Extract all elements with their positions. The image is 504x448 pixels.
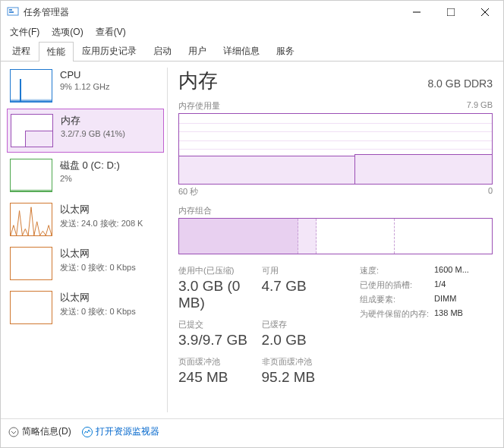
footer: 简略信息(D) 打开资源监视器 xyxy=(1,418,503,444)
close-button[interactable] xyxy=(468,1,502,24)
nonpaged-value: 95.2 MB xyxy=(262,369,345,386)
sidebar-item-label: 以太网 xyxy=(60,247,161,260)
svg-point-7 xyxy=(9,427,18,437)
sidebar-item-sub: 发送: 24.0 接收: 208 K xyxy=(60,218,161,229)
sidebar-item-sub: 3.2/7.9 GB (41%) xyxy=(61,129,160,138)
tab-services[interactable]: 服务 xyxy=(268,41,303,61)
sidebar-item-sub: 9% 1.12 GHz xyxy=(60,82,161,91)
menu-file[interactable]: 文件(F) xyxy=(4,24,46,40)
tab-app-history[interactable]: 应用历史记录 xyxy=(74,41,145,61)
menubar: 文件(F) 选项(O) 查看(V) xyxy=(1,24,503,40)
sidebar-item-sub: 发送: 0 接收: 0 Kbps xyxy=(60,306,161,317)
tab-details[interactable]: 详细信息 xyxy=(215,41,268,61)
chart-label: 内存使用量 xyxy=(178,100,220,112)
maximize-button[interactable] xyxy=(433,1,468,24)
stat-label: 使用中(已压缩) xyxy=(178,265,262,276)
paged-value: 245 MB xyxy=(178,369,262,386)
speed-value: 1600 M... xyxy=(434,265,469,276)
composition-label: 内存组合 xyxy=(178,205,493,216)
svg-rect-4 xyxy=(447,8,455,16)
sidebar-item-label: 以太网 xyxy=(60,291,161,304)
disk-thumb-icon xyxy=(10,159,52,192)
memory-thumb-icon xyxy=(11,114,53,147)
available-value: 4.7 GB xyxy=(262,278,345,295)
slots-value: 1/4 xyxy=(434,279,446,291)
chart-axis-left: 60 秒 xyxy=(178,186,198,197)
memory-spec: 8.0 GB DDR3 xyxy=(427,77,493,90)
sidebar: CPU 9% 1.12 GHz 内存 3.2/7.9 GB (41%) 磁盘 0… xyxy=(1,62,164,418)
tab-performance[interactable]: 性能 xyxy=(39,42,74,62)
sidebar-item-cpu[interactable]: CPU 9% 1.12 GHz xyxy=(7,65,164,107)
committed-value: 3.9/9.7 GB xyxy=(178,332,262,349)
ethernet-thumb-icon xyxy=(10,247,52,280)
kv-key: 速度: xyxy=(360,265,434,276)
stat-label: 非页面缓冲池 xyxy=(262,356,345,368)
kv-key: 组成要素: xyxy=(360,294,434,305)
sidebar-item-memory[interactable]: 内存 3.2/7.9 GB (41%) xyxy=(7,109,164,153)
tab-users[interactable]: 用户 xyxy=(180,41,215,61)
tab-startup[interactable]: 启动 xyxy=(145,41,180,61)
sidebar-item-label: 磁盘 0 (C: D:) xyxy=(60,159,161,172)
main-panel: 内存 8.0 GB DDR3 内存使用量 7.9 GB 60 秒 0 内存组合 xyxy=(171,62,503,418)
memory-composition-chart[interactable] xyxy=(178,218,493,254)
titlebar: 任务管理器 xyxy=(1,1,503,24)
svg-rect-1 xyxy=(9,9,12,11)
kv-key: 已使用的插槽: xyxy=(360,279,434,291)
fewer-details-button[interactable]: 简略信息(D) xyxy=(8,425,71,438)
chevron-down-icon xyxy=(8,427,19,437)
resource-monitor-icon xyxy=(82,427,93,437)
sidebar-item-label: 以太网 xyxy=(60,203,161,216)
sidebar-item-label: 内存 xyxy=(61,114,160,128)
page-title: 内存 xyxy=(178,68,218,94)
sidebar-item-label: CPU xyxy=(60,69,161,80)
menu-options[interactable]: 选项(O) xyxy=(46,24,89,40)
resource-monitor-label: 打开资源监视器 xyxy=(96,425,159,438)
ethernet-thumb-icon xyxy=(10,203,52,236)
sidebar-item-disk[interactable]: 磁盘 0 (C: D:) 2% xyxy=(7,154,164,197)
tab-processes[interactable]: 进程 xyxy=(4,41,39,61)
app-icon xyxy=(7,6,19,18)
divider xyxy=(167,68,168,412)
cached-value: 2.0 GB xyxy=(262,332,345,349)
memory-usage-chart[interactable] xyxy=(178,113,493,185)
form-value: DIMM xyxy=(434,294,456,305)
chart-axis-right: 0 xyxy=(488,186,493,197)
in-use-value: 3.0 GB (0 MB) xyxy=(178,278,262,311)
fewer-details-label: 简略信息(D) xyxy=(22,425,71,438)
window-title: 任务管理器 xyxy=(24,6,399,19)
chart-max: 7.9 GB xyxy=(467,100,493,112)
stat-label: 可用 xyxy=(262,265,345,276)
cpu-thumb-icon xyxy=(10,69,52,103)
ethernet-thumb-icon xyxy=(10,291,52,324)
sidebar-item-ethernet-1[interactable]: 以太网 发送: 24.0 接收: 208 K xyxy=(7,198,164,241)
open-resource-monitor-link[interactable]: 打开资源监视器 xyxy=(82,425,159,438)
sidebar-item-ethernet-3[interactable]: 以太网 发送: 0 接收: 0 Kbps xyxy=(7,286,164,329)
stat-label: 已提交 xyxy=(178,319,262,330)
stat-label: 已缓存 xyxy=(262,319,345,330)
menu-view[interactable]: 查看(V) xyxy=(90,24,132,40)
stat-label: 页面缓冲池 xyxy=(178,356,262,368)
kv-key: 为硬件保留的内存: xyxy=(360,308,434,320)
svg-rect-2 xyxy=(9,11,14,13)
sidebar-item-sub: 发送: 0 接收: 0 Kbps xyxy=(60,262,161,273)
reserved-value: 138 MB xyxy=(434,308,463,320)
sidebar-item-ethernet-2[interactable]: 以太网 发送: 0 接收: 0 Kbps xyxy=(7,242,164,285)
sidebar-item-sub: 2% xyxy=(60,174,161,183)
minimize-button[interactable] xyxy=(399,1,433,24)
tabbar: 进程 性能 应用历史记录 启动 用户 详细信息 服务 xyxy=(1,40,503,62)
